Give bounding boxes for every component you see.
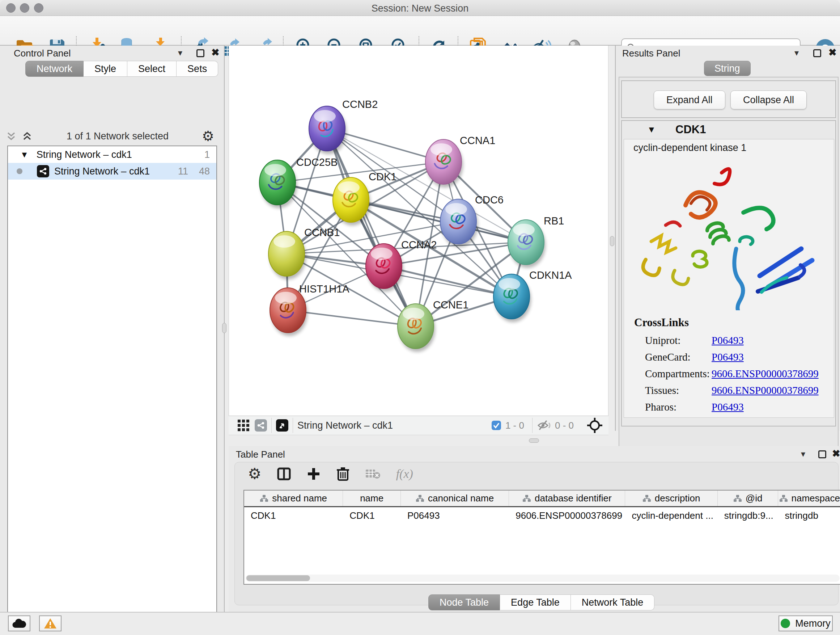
column-header-label: database identifier [535, 493, 611, 504]
tree-caret-icon[interactable]: ▼ [20, 150, 28, 160]
network-row-selected[interactable]: String Network – cdk1 11 48 [8, 163, 216, 180]
left-splitter-handle[interactable] [222, 323, 226, 333]
gene-detail-card: cyclin-dependent kinase 1 [624, 139, 834, 418]
grid-view-icon[interactable] [237, 418, 250, 432]
string-network-icon [37, 165, 49, 177]
current-network-dot [17, 168, 22, 174]
panel-close-icon[interactable]: ✖ [829, 47, 837, 58]
node-label: CCNB1 [304, 226, 340, 238]
horizontal-scrollbar[interactable] [246, 575, 840, 582]
collapse-all-button[interactable]: Collapse All [730, 90, 807, 109]
tab-network-table[interactable]: Network Table [571, 594, 655, 610]
network-node-rb1[interactable]: RB1 [508, 215, 564, 268]
tab-node-table[interactable]: Node Table [428, 594, 500, 610]
network-selection-status: 1 of 1 Network selected [33, 131, 202, 142]
crosslink-label: Pharos: [645, 401, 712, 413]
status-bar: Memory [0, 612, 840, 635]
node-label: CDC6 [475, 194, 504, 206]
crosslink-value-link[interactable]: 9606.ENSP00000378699 [712, 368, 819, 380]
column-header-label: shared name [272, 493, 327, 504]
tab-select[interactable]: Select [127, 61, 177, 77]
collection-label: String Network – cdk1 [36, 149, 132, 160]
expand-all-button[interactable]: Expand All [654, 90, 725, 109]
attribute-type-icon [260, 494, 268, 503]
network-node-hist1h1a[interactable]: HIST1H1A [270, 283, 349, 336]
bottom-splitter-handle[interactable] [529, 439, 539, 443]
network-canvas[interactable]: CCNB2CCNA1CDC25BCDK1CDC6RB1CCNB1CCNA2CDK… [229, 46, 608, 416]
selected-checkbox-icon[interactable] [491, 420, 502, 431]
column-header-description[interactable]: description [625, 491, 717, 506]
string-results-container: Expand All Collapse All ▼ CDK1 cyclin-de… [619, 77, 838, 472]
network-type-icon [255, 419, 267, 432]
table-cell[interactable]: stringdb [778, 507, 840, 524]
memory-button[interactable]: Memory [778, 616, 833, 631]
tab-edge-table[interactable]: Edge Table [500, 594, 571, 610]
expand-all-icon[interactable] [21, 130, 33, 142]
panel-close-icon[interactable]: ✖ [832, 448, 840, 459]
column-header-canonical-name[interactable]: canonical name [401, 491, 509, 506]
string-network-graph[interactable]: CCNB2CCNA1CDC25BCDK1CDC6RB1CCNB1CCNA2CDK… [229, 46, 609, 416]
panel-close-icon[interactable]: ✖ [211, 47, 219, 58]
string-tab-label: String [714, 63, 740, 74]
crosslink-row: Uniprot:P06493 [645, 332, 829, 348]
network-collection-row[interactable]: ▼ String Network – cdk1 1 [8, 146, 216, 163]
table-row[interactable]: CDK1CDK1P064939606.ENSP00000378699cyclin… [244, 507, 840, 524]
column-header-@id[interactable]: @id [718, 491, 778, 506]
fit-selected-crosshair-icon[interactable] [587, 417, 603, 433]
tab-network[interactable]: Network [25, 61, 84, 77]
network-node-ccne1[interactable]: CCNE1 [398, 299, 469, 352]
hidden-eye-icon[interactable] [537, 419, 551, 432]
network-node-ccna1[interactable]: CCNA1 [425, 135, 495, 187]
crosslink-value-link[interactable]: P06493 [712, 351, 744, 363]
node-label: CDKN1A [529, 269, 572, 281]
table-options-gear-icon[interactable]: ⚙ [248, 466, 262, 481]
cloud-status-button[interactable] [8, 616, 30, 631]
table-cell[interactable]: CDK1 [244, 507, 343, 524]
network-options-gear-icon[interactable]: ⚙ [202, 129, 214, 143]
tab-style[interactable]: Style [84, 61, 127, 77]
crosslink-value-link[interactable]: P06493 [712, 401, 744, 413]
delete-column-icon[interactable] [336, 466, 350, 481]
gene-caret-icon[interactable]: ▼ [647, 125, 656, 135]
table-cell[interactable]: cyclin-dependent ... [625, 507, 717, 524]
tab-sets[interactable]: Sets [177, 61, 218, 77]
column-header-namespace[interactable]: namespace [778, 491, 840, 506]
panel-float-icon[interactable] [196, 49, 204, 57]
table-cell[interactable]: 9606.ENSP00000378699 [509, 507, 625, 524]
network-node-cdk1[interactable]: CDK1 [333, 171, 396, 226]
add-column-icon[interactable] [306, 467, 321, 481]
table-cell[interactable]: CDK1 [343, 507, 401, 524]
edge-count: 48 [199, 166, 210, 177]
network-node-cdc25b[interactable]: CDC25B [259, 157, 338, 208]
panel-float-icon[interactable] [818, 450, 826, 458]
column-header-name[interactable]: name [343, 491, 401, 506]
show-columns-icon[interactable] [277, 467, 291, 481]
table-panel-title: Table Panel [236, 449, 285, 460]
panel-float-icon[interactable] [813, 49, 821, 57]
crosslink-value-link[interactable]: 9606.ENSP00000378699 [712, 385, 819, 396]
tab-string[interactable]: String [704, 61, 751, 76]
panel-collapse-icon[interactable]: ▾ [801, 449, 805, 459]
column-header-database-identifier[interactable]: database identifier [509, 491, 625, 506]
network-node-ccnb1[interactable]: CCNB1 [268, 226, 340, 279]
right-splitter-handle[interactable] [610, 236, 614, 246]
table-panel: Table Panel ▾ ✖ ⚙ f(x) shared namenameca… [229, 446, 840, 612]
warnings-button[interactable] [39, 616, 62, 631]
node-label: CCNA1 [460, 135, 495, 146]
table-cell[interactable]: P06493 [401, 507, 509, 524]
delete-table-icon-disabled [365, 467, 381, 480]
network-node-ccnb2[interactable]: CCNB2 [309, 98, 378, 154]
collapse-all-icon[interactable] [5, 130, 17, 142]
crosslink-value-link[interactable]: P06493 [712, 334, 744, 347]
network-node-cdkn1a[interactable]: CDKN1A [493, 269, 572, 322]
warning-icon [44, 618, 57, 629]
control-panel: Control Panel ▾ ✖ NetworkStyleSelectSets… [0, 46, 225, 612]
scrollbar-thumb[interactable] [246, 575, 310, 581]
panel-collapse-icon[interactable]: ▾ [794, 48, 799, 58]
network-node-cdc6[interactable]: CDC6 [440, 194, 504, 247]
column-header-shared-name[interactable]: shared name [244, 491, 343, 506]
crosslinks-section: CrossLinks Uniprot:P06493GeneCard:P06493… [634, 316, 829, 415]
panel-collapse-icon[interactable]: ▾ [178, 48, 182, 58]
birdseye-view-icon[interactable] [276, 419, 288, 432]
table-cell[interactable]: stringdb:9... [718, 507, 778, 524]
